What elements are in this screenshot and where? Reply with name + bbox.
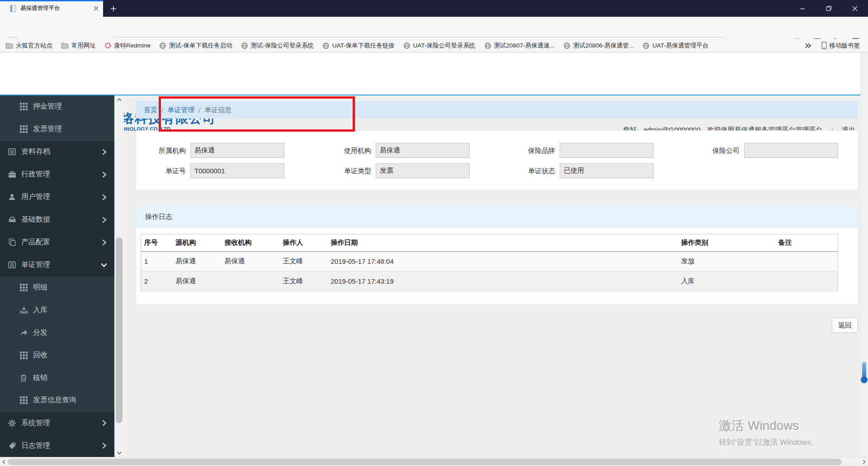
sidebar-item-label: 基础数据 [21,215,50,224]
table-cell: 1 [141,252,173,271]
grid-icon [20,284,29,291]
field-input[interactable] [376,163,470,178]
sidebar-item[interactable]: 入库 [0,299,114,321]
sidebar-item[interactable]: 明细 [0,276,114,299]
table-cell: 2019-05-17 17:43:19 [328,271,678,291]
field-input[interactable] [190,143,284,158]
chevron-right-icon [102,217,107,223]
globe-icon [642,42,650,49]
globe-icon [563,42,571,49]
breadcrumb-separator: / [161,106,163,114]
sidebar-item[interactable]: 资料存档 [0,141,114,163]
chevron-right-icon [102,171,107,178]
share-icon [20,329,29,336]
sidebar-scrollbar-thumb[interactable] [116,238,123,423]
field-label: 单证状态 [500,163,555,178]
bookmark-item[interactable]: 测试20806-易保通管... [563,42,634,50]
bookmark-item[interactable]: UAT-易保通管理平台 [642,42,708,50]
table-header-cell: 操作日期 [328,234,678,252]
table-cell: 2019-05-17 17:48:04 [328,252,678,271]
bookmark-item[interactable]: UAT-保险公司登录系统 [403,42,476,50]
field-input[interactable] [560,143,654,158]
bookmark-item[interactable]: 火狐官方站点 [5,42,52,50]
sidebar-item-label: 明细 [33,283,47,292]
site-header: 青岛康特网络科技有限公司 QINGDAO COUNTNET TECHNOLOGY… [0,52,868,95]
sidebar-item[interactable]: 日志管理 [0,434,114,457]
window-minimize-button[interactable] [789,0,816,17]
bookmark-label: 测试20807-易保通速... [494,42,555,50]
sidebar-item[interactable]: 回收 [0,344,114,366]
sidebar-item-label: 回收 [33,351,47,360]
sidebar-item-label: 发票管理 [33,124,62,134]
field-input[interactable] [376,143,470,158]
breadcrumb-link[interactable]: 首页 [144,106,157,114]
sidebar-menu: 押金管理发票管理资料存档行政管理用户管理基础数据产品配置单证管理明细入库分发回收… [0,95,114,457]
active-tab-accent [0,0,103,1]
bookmarks-overflow-chevron-icon[interactable] [805,43,811,48]
sidebar-item[interactable]: 押金管理 [0,95,114,118]
table-cell [775,252,838,271]
trash-icon [20,374,29,382]
browser-tab[interactable]: 易保通管理平台 [0,0,103,17]
scroll-indicator-bulb [861,376,868,383]
gear-icon [8,419,17,427]
sidebar-item[interactable]: 行政管理 [0,163,114,186]
scroll-up-icon[interactable] [114,95,124,104]
table-header-cell: 接收机构 [222,234,280,252]
sidebar-item[interactable]: 发票管理 [0,118,114,141]
sidebar-item-label: 核销 [33,373,47,383]
sidebar-item[interactable]: 基础数据 [0,209,114,231]
page-horizontal-scrollbar[interactable] [0,457,868,466]
scroll-down-icon[interactable] [114,449,124,457]
bookmark-item[interactable]: 测试-保单下载任务启动 [159,42,232,50]
page-vertical-scrollbar[interactable] [860,52,868,457]
bookmark-item[interactable]: UAT-保单下载任务链接 [322,42,395,50]
folder-icon [61,43,69,49]
sidebar-item[interactable]: 产品配置 [0,231,114,254]
bookmark-item[interactable]: 测试20807-易保通速... [484,42,555,50]
bookmark-item[interactable]: 常用网址 [61,42,96,50]
table-cell [222,271,280,291]
sidebar-item[interactable]: 分发 [0,321,114,344]
back-to-list-button[interactable]: 返回 [832,318,858,333]
bookmark-label: UAT-保险公司登录系统 [413,42,476,50]
bookmark-mobile-bookmarks[interactable]: 移动版书签 [821,42,860,50]
bookmark-item[interactable]: 测试-保险公司登录系统 [241,42,314,50]
table-header-cell: 备注 [775,234,838,252]
sidebar-item-label: 入库 [33,305,47,315]
sidebar-item[interactable]: 系统管理 [0,412,114,434]
field-input[interactable] [744,143,838,158]
sidebar-scrollbar[interactable] [114,95,124,457]
horizontal-scrollbar-thumb[interactable] [8,459,842,465]
field-input[interactable] [560,163,654,178]
globe-icon [322,42,330,49]
grid-icon [20,352,29,359]
tab-close-icon[interactable] [94,6,99,11]
browser-toolbar: proxy1.countnet.cn:20807/Login/Main [0,17,868,39]
window-close-button[interactable] [842,0,868,17]
breadcrumb-link[interactable]: 单证管理 [167,106,194,114]
globe-icon [403,42,410,49]
phone-icon [821,42,827,49]
bookmark-label: UAT-保单下载任务链接 [332,42,395,50]
sidebar-item[interactable]: 用户管理 [0,186,114,209]
sidebar-item[interactable]: 核销 [0,366,114,389]
new-tab-button[interactable] [108,3,119,14]
list-icon [8,148,17,156]
chevron-right-icon [102,442,107,449]
field-input[interactable] [190,163,284,178]
scroll-left-icon[interactable] [0,457,8,466]
bookmark-label: 常用网址 [71,42,96,50]
sidebar-item[interactable]: 发票信息查询 [0,389,114,412]
scroll-right-icon[interactable] [860,457,868,466]
table-cell: 易保通 [222,252,280,271]
sidebar-item-label: 系统管理 [21,418,50,428]
sidebar-item[interactable]: 单证管理 [0,254,114,276]
table-header-row: 序号源机构接收机构操作人操作日期操作类别备注 [141,234,838,252]
breadcrumb-current: 单证信息 [204,106,231,114]
field-label: 保险公司 [684,143,740,158]
window-restore-button[interactable] [816,0,842,17]
field-label: 单证号 [131,163,186,178]
bookmark-item[interactable]: 康特Redmine [104,42,151,50]
chevron-down-icon [101,262,107,268]
